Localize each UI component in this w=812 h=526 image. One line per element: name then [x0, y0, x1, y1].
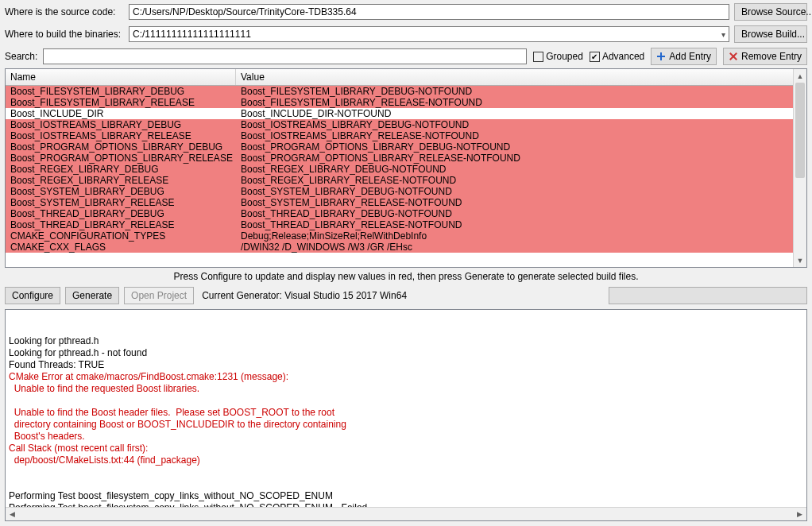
search-label: Search:: [5, 51, 37, 62]
advanced-checkbox[interactable]: ✔ Advanced: [590, 51, 644, 62]
browse-source-button[interactable]: Browse Source...: [734, 3, 807, 21]
cell-value[interactable]: Boost_THREAD_LIBRARY_DEBUG-NOTFOUND: [236, 208, 806, 219]
table-row[interactable]: Boost_SYSTEM_LIBRARY_DEBUGBoost_SYSTEM_L…: [6, 186, 806, 197]
cell-name: CMAKE_CXX_FLAGS: [6, 242, 236, 253]
cell-value[interactable]: Boost_FILESYSTEM_LIBRARY_DEBUG-NOTFOUND: [236, 86, 806, 97]
x-icon: [729, 52, 738, 61]
table-row[interactable]: Boost_SYSTEM_LIBRARY_RELEASEBoost_SYSTEM…: [6, 197, 806, 208]
advanced-label: Advanced: [602, 51, 644, 62]
table-row[interactable]: Boost_PROGRAM_OPTIONS_LIBRARY_RELEASEBoo…: [6, 153, 806, 164]
checkbox-icon: ✔: [590, 52, 600, 62]
chevron-down-icon[interactable]: [721, 29, 725, 40]
browse-build-button[interactable]: Browse Build...: [734, 25, 807, 43]
grouped-checkbox[interactable]: Grouped: [533, 51, 583, 62]
cell-value[interactable]: Debug;Release;MinSizeRel;RelWithDebInfo: [236, 230, 806, 242]
build-path-value: C:/11111111111111111111: [133, 29, 251, 40]
log-line: CMake Error at cmake/macros/FindBoost.cm…: [9, 371, 803, 383]
log-line: [9, 478, 803, 490]
table-row[interactable]: Boost_REGEX_LIBRARY_DEBUGBoost_REGEX_LIB…: [6, 164, 806, 175]
cell-name: Boost_SYSTEM_LIBRARY_DEBUG: [6, 186, 236, 197]
checkbox-icon: [533, 52, 543, 62]
column-header-name[interactable]: Name: [6, 69, 236, 85]
plus-icon: [656, 52, 666, 61]
cell-value[interactable]: Boost_IOSTREAMS_LIBRARY_RELEASE-NOTFOUND: [236, 130, 806, 141]
hint-text: Press Configure to update and display ne…: [0, 268, 812, 285]
log-line: Looking for pthread.h: [9, 335, 803, 347]
source-label: Where is the source code:: [5, 6, 124, 17]
log-line: Unable to find the Boost header files. P…: [9, 407, 803, 419]
table-row[interactable]: Boost_FILESYSTEM_LIBRARY_DEBUGBoost_FILE…: [6, 86, 806, 97]
scroll-down-icon[interactable]: ▼: [794, 253, 806, 267]
cell-value[interactable]: Boost_PROGRAM_OPTIONS_LIBRARY_RELEASE-NO…: [236, 153, 806, 164]
log-line: Boost's headers.: [9, 431, 803, 443]
progress-area: [609, 287, 807, 304]
table-row[interactable]: CMAKE_CXX_FLAGS/DWIN32 /D_WINDOWS /W3 /G…: [6, 242, 806, 253]
output-log[interactable]: Looking for pthread.hLooking for pthread…: [5, 309, 807, 521]
table-row[interactable]: Boost_THREAD_LIBRARY_DEBUGBoost_THREAD_L…: [6, 208, 806, 219]
configure-button[interactable]: Configure: [5, 287, 60, 304]
search-input[interactable]: [43, 48, 527, 64]
log-line: Unable to find the requested Boost libra…: [9, 383, 803, 395]
table-row[interactable]: Boost_INCLUDE_DIRBoost_INCLUDE_DIR-NOTFO…: [6, 108, 806, 119]
remove-entry-button[interactable]: Remove Entry: [723, 48, 807, 65]
cell-value[interactable]: Boost_REGEX_LIBRARY_DEBUG-NOTFOUND: [236, 164, 806, 175]
add-entry-label: Add Entry: [669, 51, 711, 62]
add-entry-button[interactable]: Add Entry: [651, 48, 717, 65]
build-label: Where to build the binaries:: [5, 29, 124, 40]
scroll-right-icon[interactable]: ▶: [793, 508, 806, 521]
scroll-left-icon[interactable]: ◀: [6, 508, 19, 521]
cell-name: Boost_THREAD_LIBRARY_RELEASE: [6, 219, 236, 230]
table-row[interactable]: CMAKE_CONFIGURATION_TYPESDebug;Release;M…: [6, 230, 806, 242]
cell-name: Boost_IOSTREAMS_LIBRARY_RELEASE: [6, 130, 236, 141]
cell-value[interactable]: /DWIN32 /D_WINDOWS /W3 /GR /EHsc: [236, 242, 806, 253]
table-row[interactable]: Boost_THREAD_LIBRARY_RELEASEBoost_THREAD…: [6, 219, 806, 230]
cell-name: Boost_INCLUDE_DIR: [6, 108, 236, 119]
cell-name: CMAKE_CONFIGURATION_TYPES: [6, 230, 236, 242]
cell-name: Boost_REGEX_LIBRARY_RELEASE: [6, 175, 236, 186]
cell-value[interactable]: Boost_IOSTREAMS_LIBRARY_DEBUG-NOTFOUND: [236, 119, 806, 130]
cell-name: Boost_PROGRAM_OPTIONS_LIBRARY_RELEASE: [6, 153, 236, 164]
log-line: dep/boost/CMakeLists.txt:44 (find_packag…: [9, 454, 803, 466]
cell-value[interactable]: Boost_FILESYSTEM_LIBRARY_RELEASE-NOTFOUN…: [236, 97, 806, 108]
cell-name: Boost_THREAD_LIBRARY_DEBUG: [6, 208, 236, 219]
cell-name: Boost_IOSTREAMS_LIBRARY_DEBUG: [6, 119, 236, 130]
cell-value[interactable]: Boost_SYSTEM_LIBRARY_DEBUG-NOTFOUND: [236, 186, 806, 197]
cell-name: Boost_SYSTEM_LIBRARY_RELEASE: [6, 197, 236, 208]
cell-name: Boost_PROGRAM_OPTIONS_LIBRARY_DEBUG: [6, 141, 236, 153]
log-line: Performing Test boost_filesystem_copy_li…: [9, 490, 803, 502]
log-line: Found Threads: TRUE: [9, 359, 803, 371]
scrollbar-thumb[interactable]: [795, 83, 805, 178]
current-generator-label: Current Generator: Visual Studio 15 2017…: [202, 290, 407, 301]
table-row[interactable]: Boost_IOSTREAMS_LIBRARY_DEBUGBoost_IOSTR…: [6, 119, 806, 130]
cell-value[interactable]: Boost_INCLUDE_DIR-NOTFOUND: [236, 108, 806, 119]
cache-grid[interactable]: Name Value Boost_FILESYSTEM_LIBRARY_DEBU…: [5, 68, 807, 268]
vertical-scrollbar[interactable]: ▲ ▼: [793, 69, 806, 267]
log-line: Call Stack (most recent call first):: [9, 443, 803, 454]
cell-value[interactable]: Boost_SYSTEM_LIBRARY_RELEASE-NOTFOUND: [236, 197, 806, 208]
horizontal-scrollbar[interactable]: ◀ ▶: [6, 507, 806, 520]
table-row[interactable]: Boost_IOSTREAMS_LIBRARY_RELEASEBoost_IOS…: [6, 130, 806, 141]
cell-value[interactable]: Boost_REGEX_LIBRARY_RELEASE-NOTFOUND: [236, 175, 806, 186]
cell-name: Boost_REGEX_LIBRARY_DEBUG: [6, 164, 236, 175]
log-line: [9, 466, 803, 478]
cell-value[interactable]: Boost_PROGRAM_OPTIONS_LIBRARY_DEBUG-NOTF…: [236, 141, 806, 153]
generate-button[interactable]: Generate: [65, 287, 119, 304]
open-project-button: Open Project: [124, 287, 194, 304]
log-line: Looking for pthread.h - not found: [9, 347, 803, 359]
cell-name: Boost_FILESYSTEM_LIBRARY_DEBUG: [6, 86, 236, 97]
grouped-label: Grouped: [546, 51, 583, 62]
log-line: directory containing Boost or BOOST_INCL…: [9, 419, 803, 431]
log-line: [9, 395, 803, 407]
cell-value[interactable]: Boost_THREAD_LIBRARY_RELEASE-NOTFOUND: [236, 219, 806, 230]
column-header-value[interactable]: Value: [236, 69, 806, 85]
scroll-up-icon[interactable]: ▲: [794, 69, 806, 83]
remove-entry-label: Remove Entry: [741, 51, 802, 62]
table-row[interactable]: Boost_REGEX_LIBRARY_RELEASEBoost_REGEX_L…: [6, 175, 806, 186]
source-path-input[interactable]: [129, 4, 729, 20]
table-row[interactable]: Boost_FILESYSTEM_LIBRARY_RELEASEBoost_FI…: [6, 97, 806, 108]
table-row[interactable]: Boost_PROGRAM_OPTIONS_LIBRARY_DEBUGBoost…: [6, 141, 806, 153]
cell-name: Boost_FILESYSTEM_LIBRARY_RELEASE: [6, 97, 236, 108]
build-path-combo[interactable]: C:/11111111111111111111: [129, 26, 729, 42]
